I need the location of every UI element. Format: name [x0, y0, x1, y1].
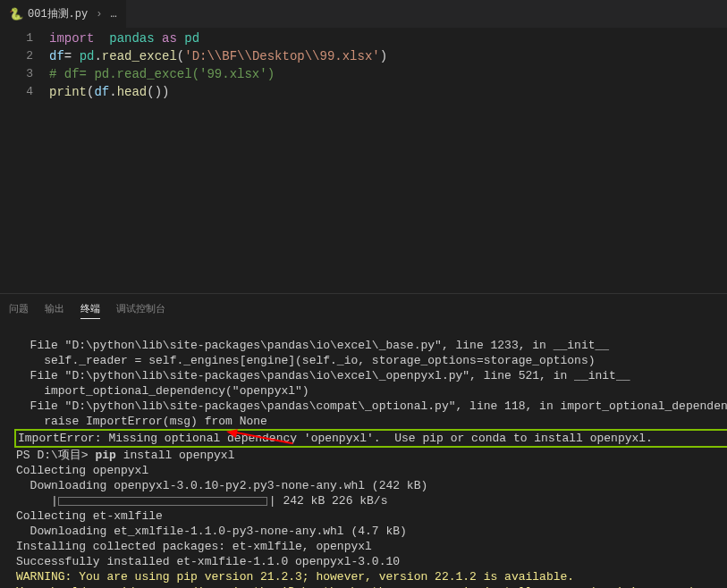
annotation-arrow-head	[225, 427, 238, 438]
breadcrumb-separator: ›	[92, 8, 106, 21]
traceback-line: File "D:\python\lib\site-packages\pandas…	[16, 399, 727, 413]
code-editor[interactable]: 1import pandas as pd2df= pd.read_excel('…	[0, 29, 727, 293]
tab-output[interactable]: 输出	[45, 299, 64, 318]
line-number: 2	[0, 47, 49, 65]
bottom-panel: 问题 输出 终端 调试控制台 File "D:\python\lib\site-…	[0, 293, 727, 588]
code-line[interactable]: 1import pandas as pd	[0, 29, 727, 47]
line-number: 4	[0, 83, 49, 101]
code-content[interactable]: df= pd.read_excel('D:\\BF\\Desktop\\99.x…	[49, 47, 387, 65]
progress-suffix: | 242 kB 226 kB/s	[269, 494, 388, 508]
warning-line: WARNING: You are using pip version 21.2.…	[16, 570, 574, 584]
terminal-output[interactable]: File "D:\python\lib\site-packages\pandas…	[0, 319, 727, 588]
tab-bar: 🐍 001抽测.py › …	[0, 0, 727, 29]
code-line[interactable]: 2df= pd.read_excel('D:\\BF\\Desktop\\99.…	[0, 47, 727, 65]
download-line: Downloading openpyxl-3.0.10-py2.py3-none…	[16, 479, 427, 492]
prompt-line: PS D:\项目> pip install openpyxl	[16, 449, 234, 462]
line-number: 1	[0, 29, 49, 47]
line-number: 3	[0, 65, 49, 83]
traceback-line: File "D:\python\lib\site-packages\pandas…	[16, 339, 609, 352]
ps-prompt: PS D:\项目>	[16, 449, 95, 462]
code-content[interactable]: # df= pd.read_excel('99.xlsx')	[49, 65, 275, 83]
error-highlight-box: ImportError: Missing optional dependency…	[14, 429, 727, 448]
traceback-code: raise ImportError(msg) from None	[16, 415, 267, 428]
pip-args: install openpyxl	[116, 449, 235, 462]
collecting-line: Collecting openpyxl	[16, 464, 148, 477]
python-file-icon: 🐍	[9, 7, 23, 21]
success-line: Successfully installed et-xmlfile-1.1.0 …	[16, 555, 400, 568]
progress-bar	[58, 497, 267, 506]
code-line[interactable]: 3# df= pd.read_excel('99.xlsx')	[0, 65, 727, 83]
traceback-line: File "D:\python\lib\site-packages\pandas…	[16, 369, 630, 382]
tab-terminal[interactable]: 终端	[80, 299, 100, 319]
file-tab[interactable]: 🐍 001抽测.py › …	[0, 0, 126, 28]
panel-tabs: 问题 输出 终端 调试控制台	[0, 294, 727, 319]
progress-line: || 242 kB 226 kB/s	[16, 494, 387, 508]
breadcrumb-more: …	[110, 8, 116, 21]
code-content[interactable]: print(df.head())	[49, 83, 169, 101]
tab-filename: 001抽测.py	[28, 6, 88, 21]
collecting-line: Collecting et-xmlfile	[16, 509, 163, 523]
traceback-code: import_optional_dependency("openpyxl")	[16, 384, 309, 398]
progress-prefix: |	[16, 494, 58, 508]
traceback-code: self._reader = self._engines[engine](sel…	[16, 354, 596, 367]
installing-line: Installing collected packages: et-xmlfil…	[16, 540, 372, 553]
download-line: Downloading et_xmlfile-1.1.0-py3-none-an…	[16, 525, 407, 538]
tab-debug-console[interactable]: 调试控制台	[116, 299, 165, 318]
pip-command: pip	[95, 449, 115, 462]
tab-problems[interactable]: 问题	[9, 299, 29, 318]
code-line[interactable]: 4print(df.head())	[0, 83, 727, 101]
code-content[interactable]: import pandas as pd	[49, 29, 199, 47]
import-error-line: ImportError: Missing optional dependency…	[18, 432, 653, 445]
